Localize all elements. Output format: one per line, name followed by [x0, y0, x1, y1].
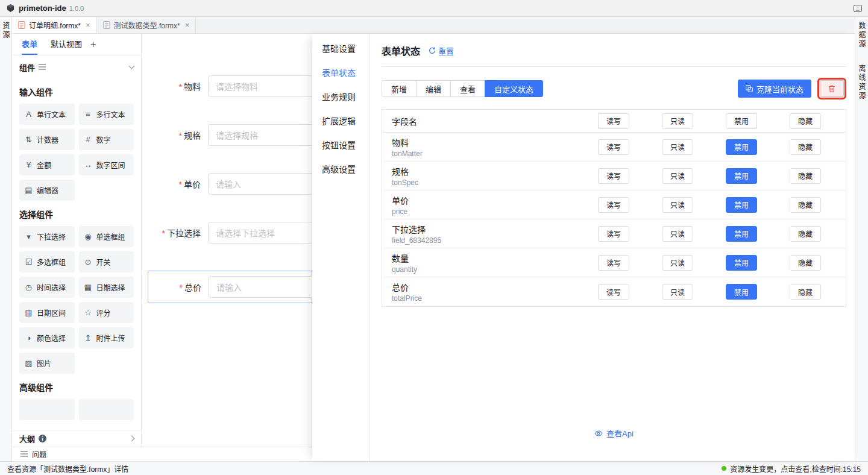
view-tabs-row: 表单默认视图 +	[12, 34, 141, 55]
component-panel: 组件 输入组件A单行文本≡多行文本⇅计数器#数字¥金额↔数字区间▤编辑器选择组件…	[12, 55, 141, 430]
settings-nav-item[interactable]: 按钮设置	[312, 133, 369, 157]
header-mode-button[interactable]: 隐藏	[790, 113, 821, 129]
component-section-title: 选择组件	[19, 208, 134, 220]
outline-bar[interactable]: 大纲 i	[12, 430, 141, 447]
mode-button[interactable]: 读写	[598, 226, 629, 242]
problems-bar[interactable]: 问题	[12, 447, 312, 461]
component-item[interactable]: ◑颜色选择	[19, 327, 75, 348]
mode-button[interactable]: 隐藏	[790, 168, 821, 184]
field-input[interactable]: 请输入	[208, 173, 312, 195]
header-mode-button[interactable]: 禁用	[726, 113, 757, 129]
mode-button[interactable]: 只读	[662, 226, 693, 242]
mode-button[interactable]: 只读	[662, 168, 693, 184]
add-view-button[interactable]: +	[90, 39, 96, 50]
mode-button[interactable]: 隐藏	[790, 139, 821, 155]
state-tab[interactable]: 编辑	[416, 80, 451, 97]
reset-link[interactable]: 重置	[429, 45, 454, 57]
mode-button[interactable]: 隐藏	[790, 284, 821, 300]
mode-button[interactable]: 读写	[598, 139, 629, 155]
header-mode-button[interactable]: 读写	[598, 113, 629, 129]
mode-button[interactable]: 只读	[662, 255, 693, 271]
settings-nav-item[interactable]: 业务规则	[312, 84, 369, 109]
component-item[interactable]: ↥附件上传	[79, 327, 134, 348]
settings-nav-item[interactable]: 高级设置	[312, 157, 369, 181]
form-field-row: *总价请输入	[148, 276, 312, 298]
table-row: 下拉选择field_68342895读写只读禁用隐藏	[382, 219, 846, 248]
mode-button[interactable]: 禁用	[726, 226, 757, 242]
component-item[interactable]: ◷时间选择	[19, 277, 75, 298]
close-icon[interactable]: ×	[86, 20, 90, 30]
view-tab[interactable]: 默认视图	[51, 34, 82, 55]
state-tab[interactable]: 新增	[382, 80, 417, 97]
mode-button[interactable]: 禁用	[726, 255, 757, 271]
component-item[interactable]: ▨图片	[19, 353, 75, 374]
component-item[interactable]: ⇅计数器	[19, 129, 75, 150]
state-tab[interactable]: 查看	[450, 80, 485, 97]
mode-button[interactable]: 禁用	[726, 139, 757, 155]
component-item[interactable]: #数字	[79, 129, 134, 150]
field-input[interactable]: 请输入	[209, 276, 312, 298]
mode-button[interactable]: 只读	[662, 197, 693, 213]
component-item[interactable]: ¥金额	[19, 154, 75, 175]
mode-button[interactable]: 禁用	[726, 168, 757, 184]
state-tab[interactable]: 自定义状态	[485, 80, 543, 97]
component-item[interactable]	[79, 399, 134, 420]
mode-button[interactable]: 读写	[598, 168, 629, 184]
mode-button[interactable]: 禁用	[726, 197, 757, 213]
trash-icon	[828, 84, 836, 93]
activity-offline-resources[interactable]: 离线资源	[857, 64, 867, 101]
view-api-link[interactable]: 查看Api	[594, 427, 634, 439]
window-layout-icon[interactable]	[854, 5, 862, 12]
table-header-row: 字段名 读写只读禁用隐藏	[382, 110, 846, 133]
status-right[interactable]: 资源发生变更，点击查看,检查时间:15:15	[722, 464, 861, 474]
mode-button[interactable]: 隐藏	[790, 255, 821, 271]
component-item[interactable]: ▥日期区间	[19, 302, 75, 323]
component-item[interactable]: ☆评分	[79, 302, 134, 323]
mode-button[interactable]: 只读	[662, 139, 693, 155]
row-field-name: price	[392, 207, 582, 216]
status-right-text: 资源发生变更，点击查看,检查时间:15:15	[730, 464, 861, 474]
delete-state-button[interactable]	[820, 80, 844, 97]
component-item[interactable]: ▾下拉选择	[19, 226, 75, 247]
mode-button[interactable]: 只读	[662, 284, 693, 300]
component-item[interactable]: ≡多行文本	[79, 104, 134, 125]
clone-state-button[interactable]: 克隆当前状态	[738, 80, 811, 98]
activity-datasource[interactable]: 数据源	[857, 22, 867, 49]
component-item[interactable]: ▤编辑器	[19, 180, 75, 201]
field-input[interactable]: 请选择物料	[208, 75, 312, 97]
settings-nav-item[interactable]: 基础设置	[312, 36, 369, 60]
form-canvas: *物料请选择物料*规格请选择规格*单价请输入*下拉选择请选择下拉选择*总价请输入	[142, 34, 312, 447]
mode-button[interactable]: 隐藏	[790, 226, 821, 242]
required-asterisk: *	[179, 131, 182, 140]
file-tab-order-detail[interactable]: 订单明细.formx* ×	[12, 17, 97, 33]
component-item[interactable]: ◉单选框组	[79, 226, 134, 247]
selected-field-outline: *总价请输入	[148, 271, 312, 303]
mode-button[interactable]: 读写	[598, 255, 629, 271]
settings-nav-item[interactable]: 表单状态	[312, 60, 369, 84]
component-item[interactable]: A单行文本	[19, 104, 75, 125]
chevron-down-icon[interactable]	[129, 63, 135, 69]
chevron-right-icon[interactable]	[129, 436, 135, 442]
component-item[interactable]: ☑多选框组	[19, 251, 75, 272]
component-sections: 输入组件A单行文本≡多行文本⇅计数器#数字¥金额↔数字区间▤编辑器选择组件▾下拉…	[19, 86, 134, 420]
component-item[interactable]: ⊙开关	[79, 251, 134, 272]
close-icon[interactable]: ×	[185, 20, 190, 30]
field-input[interactable]: 请选择规格	[208, 124, 312, 146]
component-type-icon: ↥	[84, 333, 93, 342]
field-input[interactable]: 请选择下拉选择	[208, 222, 312, 244]
components-header[interactable]: 组件	[19, 55, 134, 78]
file-tab-test-datatype[interactable]: 测试数据类型.formx* ×	[97, 17, 197, 33]
mode-button[interactable]: 隐藏	[790, 197, 821, 213]
settings-nav-item[interactable]: 扩展逻辑	[312, 109, 369, 133]
mode-button[interactable]: 禁用	[726, 284, 757, 300]
header-mode-button[interactable]: 只读	[662, 113, 693, 129]
view-tab[interactable]: 表单	[22, 34, 37, 55]
component-item[interactable]: ↔数字区间	[79, 154, 134, 175]
component-type-icon: ▥	[24, 308, 33, 317]
mode-button[interactable]: 读写	[598, 284, 629, 300]
mode-button[interactable]: 读写	[598, 197, 629, 213]
component-item[interactable]: ▦日期选择	[79, 277, 134, 298]
component-item[interactable]	[19, 399, 75, 420]
status-left-text[interactable]: 查看资源「测试数据类型.formx」详情	[7, 464, 128, 474]
activity-resources[interactable]: 资源	[1, 22, 11, 40]
